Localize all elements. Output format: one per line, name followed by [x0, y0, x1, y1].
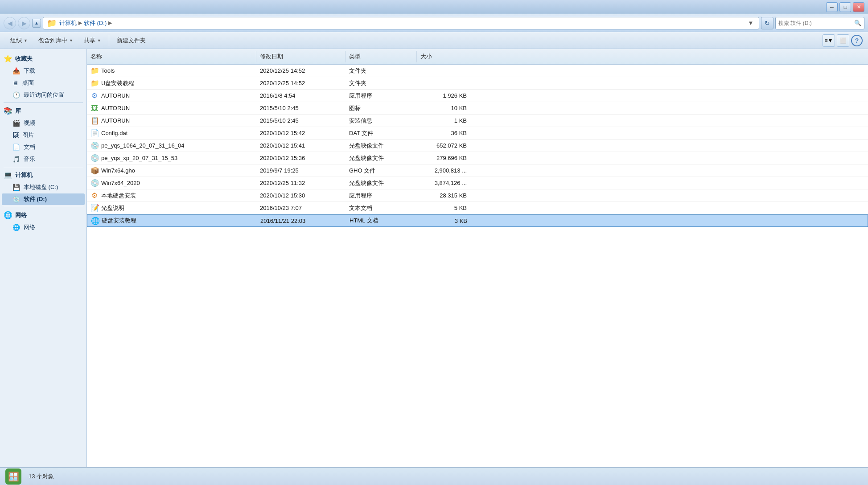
breadcrumb-item-computer[interactable]: 计算机	[59, 19, 77, 27]
organize-button[interactable]: 组织 ▼	[5, 34, 33, 47]
title-bar: ─ □ ✕	[0, 0, 868, 14]
file-cell-size: 2,900,813 ...	[417, 166, 470, 175]
include-library-arrow-icon: ▼	[69, 38, 73, 43]
favorites-header[interactable]: ⭐ 收藏夹	[0, 53, 86, 65]
file-name: Tools	[101, 67, 115, 74]
address-bar[interactable]: 📁 计算机 ▶ 软件 (D:) ▶ ▼	[43, 17, 759, 29]
file-cell-type: 光盘映像文件	[346, 140, 417, 151]
sidebar-item-network[interactable]: 🌐 网络	[2, 222, 85, 233]
search-bar[interactable]: 🔍	[775, 17, 864, 29]
file-modified: 2015/5/10 2:45	[260, 117, 299, 124]
file-type: 文件夹	[349, 67, 366, 75]
downloads-label: 下载	[24, 67, 35, 75]
file-cell-name: 💿 pe_yqs_1064_20_07_31_16_04	[87, 140, 256, 151]
table-row[interactable]: 💿 pe_yqs_1064_20_07_31_16_04 2020/10/12 …	[87, 140, 868, 152]
video-icon: 🎬	[12, 119, 20, 127]
address-dropdown-button[interactable]: ▼	[746, 19, 755, 28]
file-cell-modified: 2020/10/12 15:30	[256, 191, 346, 200]
sidebar-item-documents[interactable]: 📄 文档	[2, 141, 85, 153]
file-modified: 2015/5/10 2:45	[260, 105, 299, 111]
sidebar-item-drive-d[interactable]: 💿 软件 (D:)	[2, 193, 85, 205]
search-icon[interactable]: 🔍	[854, 20, 861, 26]
sidebar-item-desktop[interactable]: 🖥 桌面	[2, 77, 85, 89]
include-library-button[interactable]: 包含到库中 ▼	[33, 34, 78, 47]
forward-button[interactable]: ▶	[18, 17, 30, 29]
preview-pane-button[interactable]: ⬜	[837, 34, 849, 47]
file-cell-type: 光盘映像文件	[346, 153, 417, 164]
file-icon: 💿	[91, 141, 99, 150]
file-type: 应用程序	[349, 192, 372, 200]
back-button[interactable]: ◀	[4, 17, 16, 29]
col-header-type[interactable]: 类型	[346, 51, 417, 62]
file-icon: 📁	[91, 79, 99, 87]
search-input[interactable]	[778, 20, 852, 26]
file-cell-name: 🌐 硬盘安装教程	[87, 215, 257, 226]
file-icon: 📁	[91, 66, 99, 75]
sidebar-item-recent[interactable]: 🕐 最近访问的位置	[2, 89, 85, 101]
file-cell-modified: 2015/5/10 2:45	[256, 103, 346, 113]
file-type: 光盘映像文件	[349, 154, 384, 162]
network-header[interactable]: 🌐 网络	[0, 209, 86, 221]
library-section: 📚 库 🎬 视频 🖼 图片 📄 文档 🎵 音乐	[0, 105, 86, 165]
col-header-name[interactable]: 名称	[87, 51, 256, 62]
table-row[interactable]: 📦 Win7x64.gho 2019/9/7 19:25 GHO 文件 2,90…	[87, 164, 868, 177]
file-cell-size: 36 KB	[417, 128, 470, 138]
breadcrumb-item-drive[interactable]: 软件 (D:)	[84, 19, 107, 27]
file-modified: 2020/10/12 15:41	[260, 142, 305, 149]
view-dropdown-button[interactable]: ≡▼	[823, 34, 835, 47]
table-row[interactable]: 🖼 AUTORUN 2015/5/10 2:45 图标 10 KB	[87, 102, 868, 115]
sidebar-item-music[interactable]: 🎵 音乐	[2, 153, 85, 165]
table-row[interactable]: 📁 Tools 2020/12/25 14:52 文件夹	[87, 65, 868, 77]
file-cell-type: 文件夹	[346, 66, 417, 76]
table-row[interactable]: 📋 AUTORUN 2015/5/10 2:45 安装信息 1 KB	[87, 115, 868, 127]
table-row[interactable]: 💿 Win7x64_2020 2020/12/25 11:32 光盘映像文件 3…	[87, 177, 868, 189]
library-header[interactable]: 📚 库	[0, 105, 86, 117]
music-icon: 🎵	[12, 156, 20, 163]
table-row[interactable]: 📁 U盘安装教程 2020/12/25 14:52 文件夹	[87, 77, 868, 90]
file-icon: ⚙	[91, 191, 99, 200]
sidebar-item-video[interactable]: 🎬 视频	[2, 117, 85, 129]
share-label: 共享	[84, 37, 95, 45]
title-bar-buttons: ─ □ ✕	[826, 2, 864, 12]
table-row[interactable]: 💿 pe_yqs_xp_20_07_31_15_53 2020/10/12 15…	[87, 152, 868, 164]
file-cell-name: 📁 U盘安装教程	[87, 78, 256, 89]
status-bar: 🪟 13 个对象	[0, 467, 868, 485]
file-size: 1,926 KB	[443, 92, 467, 99]
file-cell-modified: 2016/11/21 22:03	[257, 216, 346, 226]
file-cell-size: 10 KB	[417, 103, 470, 113]
help-button[interactable]: ?	[851, 35, 863, 46]
include-library-label: 包含到库中	[38, 37, 67, 45]
computer-section: 💻 计算机 💾 本地磁盘 (C:) 💿 软件 (D:)	[0, 169, 86, 205]
table-row[interactable]: ⚙ 本地硬盘安装 2020/10/12 15:30 应用程序 28,315 KB	[87, 189, 868, 202]
file-type: 光盘映像文件	[349, 179, 384, 187]
drive-d-icon: 💿	[12, 196, 20, 203]
table-row[interactable]: ⚙ AUTORUN 2016/1/8 4:54 应用程序 1,926 KB	[87, 90, 868, 102]
network-label: 网络	[15, 211, 27, 219]
maximize-button[interactable]: □	[839, 2, 851, 12]
file-name: pe_yqs_1064_20_07_31_16_04	[101, 142, 185, 149]
breadcrumb-separator-1: ▶	[78, 20, 82, 26]
table-row[interactable]: 🌐 硬盘安装教程 2016/11/21 22:03 HTML 文档 3 KB	[87, 214, 868, 227]
status-count: 13 个对象	[29, 473, 54, 481]
table-row[interactable]: 📄 Config.dat 2020/10/12 15:42 DAT 文件 36 …	[87, 127, 868, 140]
up-button[interactable]: ▲	[32, 19, 41, 28]
sidebar-item-drive-c[interactable]: 💾 本地磁盘 (C:)	[2, 181, 85, 193]
file-cell-name: 📝 光盘说明	[87, 202, 256, 214]
share-button[interactable]: 共享 ▼	[79, 34, 106, 47]
col-header-modified[interactable]: 修改日期	[256, 51, 346, 62]
file-cell-name: ⚙ 本地硬盘安装	[87, 190, 256, 201]
sidebar-item-pictures[interactable]: 🖼 图片	[2, 129, 85, 141]
network-icon: 🌐	[4, 211, 12, 219]
table-row[interactable]: 📝 光盘说明 2016/10/23 7:07 文本文档 5 KB	[87, 202, 868, 214]
close-button[interactable]: ✕	[853, 2, 864, 12]
new-folder-button[interactable]: 新建文件夹	[112, 34, 151, 47]
file-type: 光盘映像文件	[349, 142, 384, 150]
file-cell-type: 光盘映像文件	[346, 178, 417, 189]
minimize-button[interactable]: ─	[826, 2, 838, 12]
file-type: GHO 文件	[349, 167, 375, 175]
col-header-size[interactable]: 大小	[417, 51, 470, 62]
sidebar-divider-2	[4, 167, 83, 167]
computer-header[interactable]: 💻 计算机	[0, 169, 86, 181]
sidebar-item-downloads[interactable]: 📥 下载	[2, 65, 85, 77]
refresh-button[interactable]: ↻	[761, 17, 773, 29]
